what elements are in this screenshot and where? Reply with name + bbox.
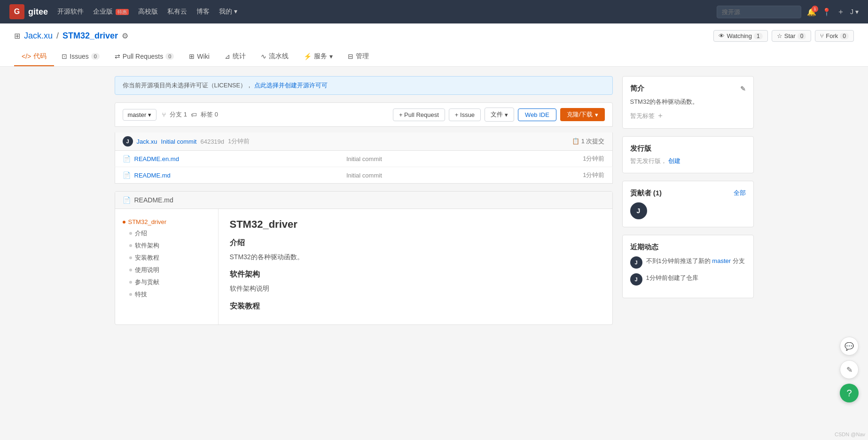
nav-private-cloud[interactable]: 私有云 xyxy=(167,8,187,16)
add-icon[interactable]: ＋ xyxy=(837,7,845,17)
clone-button[interactable]: 克隆/下载 ▾ xyxy=(560,108,605,121)
contributors-all-link[interactable]: 全部 xyxy=(734,189,746,198)
contributors-title: 贡献者 (1) 全部 xyxy=(630,189,746,198)
watch-button[interactable]: 👁 Watching 1 xyxy=(713,30,767,42)
license-notice-link[interactable]: 点此选择并创建开源许可可 xyxy=(254,82,328,89)
readme-title: STM32_driver xyxy=(230,218,601,231)
commit-hash: 642319d xyxy=(200,138,224,145)
contributor-avatar-0[interactable]: J xyxy=(630,202,647,219)
commit-count-icon: 📋 xyxy=(572,138,579,145)
location-icon[interactable]: 📍 xyxy=(822,8,831,16)
sidebar-contributors-card: 贡献者 (1) 全部 J xyxy=(622,181,754,227)
readme-section: 📄 README.md STM32_driver 介绍 软 xyxy=(115,191,613,325)
sidebar-activity-card: 近期动态 J 不到1分钟前推送了新的 master 分支 J 1分钟前创建了仓库 xyxy=(622,235,754,298)
logo-icon: G xyxy=(9,4,24,19)
wiki-icon: ⊞ xyxy=(189,53,195,60)
issue-button[interactable]: + Issue xyxy=(449,108,481,121)
nav-edu[interactable]: 高校版 xyxy=(138,8,158,16)
commit-author-avatar: J xyxy=(123,136,133,147)
star-button[interactable]: ☆ Star 0 xyxy=(772,30,812,42)
logo[interactable]: G gitee xyxy=(9,4,48,19)
main-content: 你当前开源项目尚未选择许可证（LICENSE）， 点此选择并创建开源许可可 ma… xyxy=(105,67,763,334)
readme-filename: README.md xyxy=(134,196,173,204)
branch-name: master xyxy=(128,111,147,118)
logo-text: gitee xyxy=(28,7,48,17)
toc-item-5[interactable]: 参与贡献 xyxy=(123,276,211,288)
release-create-link[interactable]: 创建 xyxy=(668,157,680,164)
sidebar-add-tag[interactable]: ＋ xyxy=(657,111,664,121)
toc-item-2[interactable]: 软件架构 xyxy=(123,239,211,252)
repo-settings-icon[interactable]: ⚙ xyxy=(122,31,128,40)
toc-item-3[interactable]: 安装教程 xyxy=(123,252,211,264)
repo-content: 你当前开源项目尚未选择许可证（LICENSE）， 点此选择并创建开源许可可 ma… xyxy=(115,76,613,325)
nav-blog[interactable]: 博客 xyxy=(196,8,210,16)
readme-install-heading: 安装教程 xyxy=(230,301,601,311)
toc-item-4[interactable]: 使用说明 xyxy=(123,264,211,276)
notification-bell[interactable]: 🔔 1 xyxy=(807,8,816,16)
repo-name-link[interactable]: STM32_driver xyxy=(63,31,118,41)
tab-code[interactable]: </> 代码 xyxy=(14,47,54,66)
branch-count: 分支 1 xyxy=(170,110,187,119)
branch-selector[interactable]: master ▾ xyxy=(123,109,157,121)
tab-manage[interactable]: ⊟ 管理 xyxy=(340,47,376,66)
activity-link-0[interactable]: master xyxy=(712,257,731,264)
nav-right: 🔔 1 📍 ＋ J ▾ xyxy=(717,6,859,18)
toc-dot-0 xyxy=(123,221,125,224)
repo-owner-link[interactable]: Jack.xu xyxy=(24,31,53,41)
tab-pipeline[interactable]: ∿ 流水线 xyxy=(253,47,296,66)
fork-button[interactable]: ⑂ Fork 0 xyxy=(815,30,854,42)
file-commit-0: Initial commit xyxy=(339,151,497,167)
tab-wiki[interactable]: ⊞ Wiki xyxy=(181,47,217,66)
toc-dot-3 xyxy=(129,256,132,259)
commit-info: J Jack.xu Initial commit 642319d 1分钟前 xyxy=(123,136,250,147)
nav-links: 开源软件 企业版 特惠 高校版 私有云 博客 我的 ▾ xyxy=(57,8,237,16)
file-table: 📄 README.en.md Initial commit 1分钟前 📄 REA… xyxy=(115,151,613,184)
pull-request-button[interactable]: + Pull Request xyxy=(393,108,445,121)
issues-icon: ⊡ xyxy=(62,53,67,60)
file-icon: 📄 xyxy=(123,155,131,162)
readme-main: STM32_driver 介绍 STM32的各种驱动函数。 软件架构 软件架构说… xyxy=(219,209,612,324)
nav-mine[interactable]: 我的 ▾ xyxy=(219,8,237,16)
branch-icon: ⑂ xyxy=(162,111,166,118)
tab-stats[interactable]: ⊿ 统计 xyxy=(217,47,253,66)
sidebar-release-card: 发行版 暂无发行版， 创建 xyxy=(622,136,754,173)
table-row: 📄 README.en.md Initial commit 1分钟前 xyxy=(115,151,612,167)
file-name-cell: 📄 README.en.md xyxy=(123,155,331,162)
right-sidebar: 简介 ✎ STM32的各种驱动函数。 暂无标签 ＋ 发行版 暂无发行版， 创建 … xyxy=(622,76,754,325)
manage-icon: ⊟ xyxy=(348,53,353,60)
readme-header: 📄 README.md xyxy=(115,192,612,209)
file-icon: 📄 xyxy=(123,171,131,179)
tag-icon: 🏷 xyxy=(191,111,197,118)
file-link-0[interactable]: README.en.md xyxy=(134,155,179,162)
tab-services[interactable]: ⚡ 服务 ▾ xyxy=(296,47,340,66)
file-commit-1: Initial commit xyxy=(339,167,497,184)
toc-item-0[interactable]: STM32_driver xyxy=(123,216,211,227)
sidebar-edit-icon[interactable]: ✎ xyxy=(740,85,746,93)
commit-message[interactable]: Initial commit xyxy=(161,138,197,145)
file-link-1[interactable]: README.md xyxy=(134,172,171,179)
repo-title: ⊞ Jack.xu / STM32_driver ⚙ xyxy=(14,31,128,41)
toc-item-1[interactable]: 介绍 xyxy=(123,227,211,239)
toc-item-6[interactable]: 特技 xyxy=(123,288,211,301)
tab-pull-requests[interactable]: ⇄ Pull Requests 0 xyxy=(107,47,182,66)
readme-intro-text: STM32的各种驱动函数。 xyxy=(230,252,601,262)
repo-type-icon: ⊞ xyxy=(14,31,20,40)
file-name-cell: 📄 README.md xyxy=(123,171,331,179)
star-count: 0 xyxy=(798,33,806,39)
nav-open-source[interactable]: 开源软件 xyxy=(57,8,84,16)
tab-issues[interactable]: ⊡ Issues 0 xyxy=(54,47,107,66)
file-button[interactable]: 文件 ▾ xyxy=(485,108,514,122)
fork-icon: ⑂ xyxy=(820,32,824,39)
table-row: 📄 README.md Initial commit 1分钟前 xyxy=(115,167,612,184)
search-input[interactable] xyxy=(717,6,801,18)
eye-icon: 👁 xyxy=(719,32,725,39)
activity-title: 近期动态 xyxy=(630,243,746,252)
issues-badge: 0 xyxy=(91,53,100,60)
activity-text-0: 不到1分钟前推送了新的 master 分支 xyxy=(646,256,745,266)
webide-button[interactable]: Web IDE xyxy=(518,108,556,121)
nav-enterprise[interactable]: 企业版 特惠 xyxy=(93,8,129,16)
user-menu[interactable]: J ▾ xyxy=(850,8,859,15)
commit-author[interactable]: Jack.xu xyxy=(137,138,157,145)
fork-count: 0 xyxy=(840,33,849,39)
activity-avatar-1: J xyxy=(630,273,642,286)
